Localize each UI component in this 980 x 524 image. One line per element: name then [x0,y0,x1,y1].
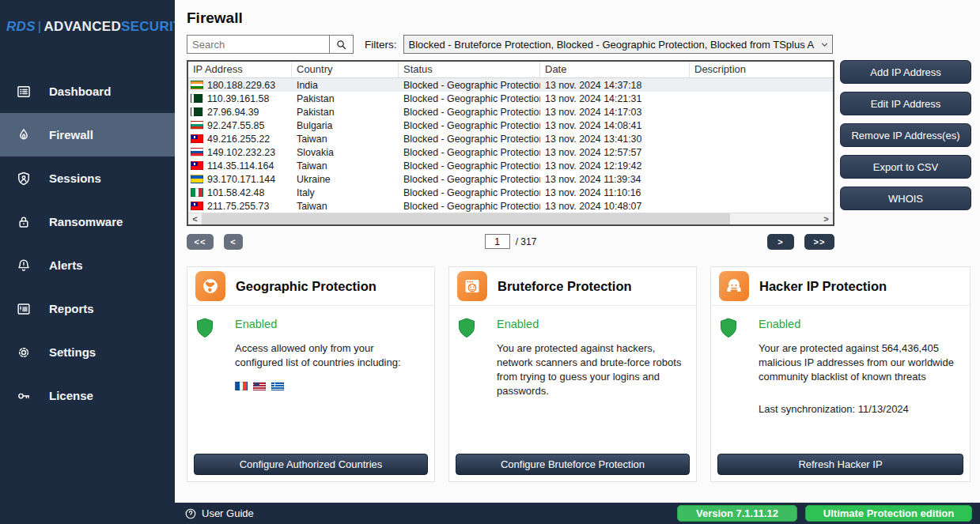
scroll-left-icon[interactable]: < [188,213,202,224]
cell-ip: 101.58.42.48 [207,187,264,198]
country-flag-icon [271,382,284,390]
main-content: Firewall Filters: Blocked - Bruteforce P… [175,0,980,524]
column-header-ip[interactable]: IP Address [188,62,292,77]
hacker-icon [719,271,749,301]
user-guide-link[interactable]: User Guide [184,507,254,520]
table-row[interactable]: 93.170.171.144 Ukraine Blocked - Geograp… [188,172,833,186]
sidebar-item-alerts[interactable]: Alerts [0,243,175,287]
scrollbar-thumb[interactable] [202,213,730,224]
country-flag-icon [191,188,203,197]
table-row[interactable]: 101.58.42.48 Italy Blocked - Geographic … [188,186,833,199]
pagination-prev-button[interactable]: < [224,234,243,250]
sidebar-item-firewall[interactable]: Firewall [0,113,175,156]
column-header-date[interactable]: Date [540,62,690,77]
card-action-button[interactable]: Refresh Hacker IP [717,454,963,475]
cell-date: 13 nov. 2024 10:48:07 [540,201,690,212]
column-header-country[interactable]: Country [292,62,399,77]
card-description: Access allowed only from your configured… [235,341,420,370]
country-flag-icon [191,107,203,116]
cell-ip: 211.75.255.73 [207,201,269,212]
sidebar-item-label: Dashboard [49,85,111,98]
logo-separator: | [36,19,44,34]
table-row[interactable]: 27.96.94.39 Pakistan Blocked - Geographi… [188,105,833,119]
table-row[interactable]: 110.39.161.58 Pakistan Blocked - Geograp… [188,92,833,105]
table-row[interactable]: 149.102.232.23 Slovakia Blocked - Geogra… [188,145,833,159]
table-row[interactable]: 49.216.255.22 Taiwan Blocked - Geographi… [188,132,833,145]
sidebar-item-settings[interactable]: Settings [0,330,175,374]
sidebar-item-dashboard[interactable]: Dashboard [0,70,175,113]
column-header-description[interactable]: Description [690,62,833,77]
app-logo: RDS|ADVANCEDSECURITY [0,0,175,35]
cell-date: 13 nov. 2024 14:37:18 [540,80,690,91]
card-title: Geographic Protection [236,279,376,294]
country-flag-icon [191,202,203,210]
country-flag-icon [191,134,203,143]
cell-date: 13 nov. 2024 12:57:57 [540,147,690,158]
cell-country: Taiwan [292,134,399,145]
filters-select[interactable]: Blocked - Bruteforce Protection, Blocked… [403,35,833,54]
table-body: 180.188.229.63 India Blocked - Geographi… [188,78,833,213]
reports-icon [16,301,32,317]
table-column: IP Address Country Status Date Descripti… [187,60,834,250]
search-input[interactable] [187,35,330,54]
search-button[interactable] [330,35,354,54]
cell-country: Bulgaria [292,120,399,131]
page-number-input[interactable] [485,234,510,249]
card-action-button[interactable]: Configure Authorized Countries [194,454,428,475]
card-country-flags [235,382,420,390]
page-title: Firewall [187,9,980,27]
table-row[interactable]: 114.35.114.164 Taiwan Blocked - Geograph… [188,159,833,172]
card-status: Enabled [759,318,955,330]
cell-country: Ukraine [292,174,399,185]
edit-ip-button[interactable]: Edit IP Address [840,92,971,115]
card-action-button[interactable]: Configure Bruteforce Protection [456,454,690,475]
add-ip-button[interactable]: Add IP Address [840,60,971,84]
horizontal-scrollbar[interactable]: < > [188,213,833,224]
shield-icon [720,318,737,338]
cell-country: Taiwan [292,201,399,212]
cell-ip: 180.188.229.63 [207,80,275,91]
geographic-protection-card: Geographic Protection Enabled Access all… [187,266,435,482]
table-row[interactable]: 211.75.255.73 Taiwan Blocked - Geographi… [188,199,833,213]
ransomware-icon [16,214,32,230]
logo-rds: RDS [6,19,36,34]
export-csv-button[interactable]: Export to CSV [840,155,971,179]
cell-status: Blocked - Geographic Protection [399,174,540,185]
cell-status: Blocked - Geographic Protection [399,201,540,212]
settings-icon [16,345,32,360]
edition-badge[interactable]: Ultimate Protection edition [805,505,972,522]
cell-date: 13 nov. 2024 14:08:41 [540,120,690,131]
sidebar-item-sessions[interactable]: Sessions [0,156,175,200]
pagination-first-button[interactable]: << [187,234,214,250]
whois-button[interactable]: WHOIS [840,187,971,210]
sidebar-item-label: Firewall [49,128,93,141]
country-flag-icon [191,94,203,103]
cell-date: 13 nov. 2024 11:10:16 [540,187,690,198]
shield-icon [458,318,475,338]
column-header-status[interactable]: Status [399,62,540,77]
sidebar-item-reports[interactable]: Reports [0,287,175,330]
cell-ip: 114.35.114.164 [207,160,274,172]
cell-date: 13 nov. 2024 13:41:30 [540,134,690,145]
version-badge[interactable]: Version 7.1.11.12 [677,505,797,522]
pagination-last-button[interactable]: >> [804,234,834,250]
card-title: Bruteforce Protection [498,279,632,294]
table-row[interactable]: 180.188.229.63 India Blocked - Geographi… [188,78,833,92]
cell-ip: 27.96.94.39 [207,107,259,118]
globe-icon [195,271,225,301]
sidebar-item-license[interactable]: License [0,374,175,417]
pagination: << < / 317 > >> [187,233,834,250]
page-total-label: / 317 [516,236,537,247]
pagination-next-button[interactable]: > [767,234,794,250]
filters-value: Blocked - Bruteforce Protection, Blocked… [409,39,815,51]
shield-icon [196,318,214,338]
remove-ip-button[interactable]: Remove IP Address(es) [840,123,971,147]
cell-country: India [292,80,399,91]
sidebar-item-label: Alerts [49,258,83,272]
ip-table: IP Address Country Status Date Descripti… [187,60,834,226]
table-row[interactable]: 92.247.55.85 Bulgaria Blocked - Geograph… [188,119,833,132]
card-extra-text: Last synchronization: 11/13/2024 [759,403,955,415]
sidebar-item-ransomware[interactable]: Ransomware [0,200,175,243]
cell-date: 13 nov. 2024 12:19:42 [540,160,690,172]
scroll-right-icon[interactable]: > [819,213,833,224]
